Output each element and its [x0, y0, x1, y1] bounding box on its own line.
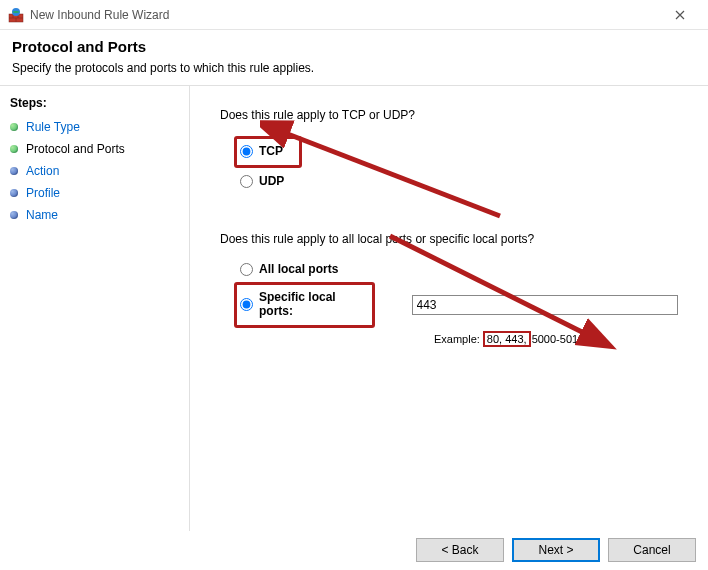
step-bullet-icon [10, 189, 18, 197]
wizard-header: Protocol and Ports Specify the protocols… [0, 30, 708, 86]
step-bullet-icon [10, 167, 18, 175]
radio-tcp[interactable] [240, 145, 253, 158]
radio-tcp-label: TCP [259, 144, 283, 158]
radio-specific-ports-label: Specific local ports: [259, 290, 366, 318]
annotation-highlight-tcp: TCP [234, 136, 302, 168]
next-button[interactable]: Next > [512, 538, 600, 562]
radio-udp[interactable] [240, 175, 253, 188]
step-label: Name [26, 208, 58, 222]
annotation-highlight-example: 80, 443, [483, 331, 531, 347]
steps-sidebar: Steps: Rule Type Protocol and Ports Acti… [0, 86, 190, 531]
step-label: Protocol and Ports [26, 142, 125, 156]
radio-all-ports-label: All local ports [259, 262, 338, 276]
step-protocol-ports[interactable]: Protocol and Ports [10, 138, 189, 160]
example-prefix: Example: [434, 333, 480, 345]
steps-heading: Steps: [10, 96, 189, 110]
step-action[interactable]: Action [10, 160, 189, 182]
cancel-button[interactable]: Cancel [608, 538, 696, 562]
wizard-footer: < Back Next > Cancel [416, 538, 696, 562]
back-button[interactable]: < Back [416, 538, 504, 562]
step-bullet-icon [10, 145, 18, 153]
annotation-highlight-specific-ports: Specific local ports: [234, 282, 375, 328]
radio-all-ports[interactable] [240, 263, 253, 276]
wizard-main-panel: Does this rule apply to TCP or UDP? TCP … [190, 86, 708, 531]
step-rule-type[interactable]: Rule Type [10, 116, 189, 138]
radio-specific-ports[interactable] [240, 298, 253, 311]
step-profile[interactable]: Profile [10, 182, 189, 204]
step-label: Rule Type [26, 120, 80, 134]
window-titlebar: New Inbound Rule Wizard [0, 0, 708, 30]
question-ports: Does this rule apply to all local ports … [220, 232, 678, 246]
question-protocol: Does this rule apply to TCP or UDP? [220, 108, 678, 122]
radio-udp-label: UDP [259, 174, 284, 188]
page-subtitle: Specify the protocols and ports to which… [12, 61, 696, 75]
step-bullet-icon [10, 123, 18, 131]
example-suffix: 5000-5010 [532, 333, 585, 345]
step-name[interactable]: Name [10, 204, 189, 226]
page-title: Protocol and Ports [12, 38, 696, 55]
window-title: New Inbound Rule Wizard [30, 8, 660, 22]
step-label: Profile [26, 186, 60, 200]
close-button[interactable] [660, 1, 700, 29]
example-highlight-text: 80, 443, [487, 333, 527, 345]
step-label: Action [26, 164, 59, 178]
specific-ports-input[interactable] [412, 295, 679, 315]
firewall-icon [8, 7, 24, 23]
step-bullet-icon [10, 211, 18, 219]
